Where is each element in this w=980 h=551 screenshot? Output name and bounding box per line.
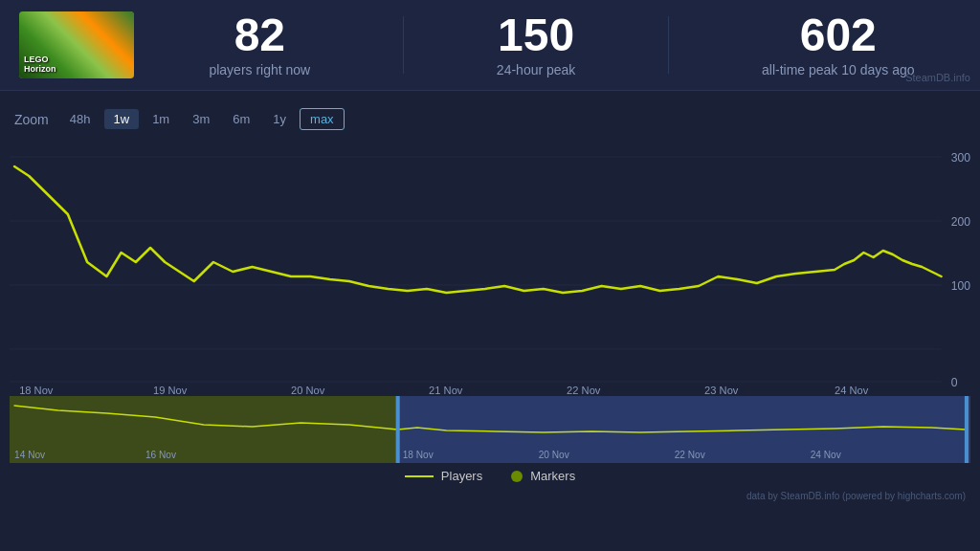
zoom-3m[interactable]: 3m <box>183 109 219 129</box>
zoom-bar: Zoom 48h 1w 1m 3m 6m 1y max <box>0 100 980 138</box>
header: 82 players right now 150 24-hour peak 60… <box>0 0 980 91</box>
attribution: data by SteamDB.info (powered by highcha… <box>0 489 980 503</box>
zoom-max[interactable]: max <box>300 108 345 130</box>
markers-legend-dot <box>511 471 523 482</box>
current-players-label: players right now <box>209 62 310 77</box>
current-players-stat: 82 players right now <box>209 12 310 77</box>
zoom-6m[interactable]: 6m <box>223 109 259 129</box>
zoom-1m[interactable]: 1m <box>143 109 179 129</box>
svg-text:22 Nov: 22 Nov <box>675 450 705 460</box>
svg-rect-0 <box>10 138 970 396</box>
zoom-1w[interactable]: 1w <box>104 109 140 129</box>
peak-24h-label: 24-hour peak <box>497 62 576 77</box>
svg-text:19 Nov: 19 Nov <box>153 385 188 396</box>
zoom-48h[interactable]: 48h <box>60 109 100 129</box>
svg-text:20 Nov: 20 Nov <box>291 385 325 396</box>
svg-rect-19 <box>396 396 400 463</box>
svg-text:300: 300 <box>951 151 970 165</box>
svg-rect-17 <box>10 396 398 463</box>
svg-text:14 Nov: 14 Nov <box>14 450 45 460</box>
alltime-peak-stat: 602 all-time peak 10 days ago <box>762 12 915 77</box>
zoom-label: Zoom <box>14 112 49 127</box>
chart-section: Zoom 48h 1w 1m 3m 6m 1y max 300 200 <box>0 91 980 503</box>
zoom-1y[interactable]: 1y <box>263 109 296 129</box>
main-chart: 300 200 100 0 18 Nov 19 Nov 20 Nov 21 No… <box>10 138 970 396</box>
stat-divider-2 <box>668 16 669 74</box>
svg-text:16 Nov: 16 Nov <box>145 450 176 460</box>
svg-text:24 Nov: 24 Nov <box>811 450 841 460</box>
game-thumbnail <box>19 11 134 78</box>
markers-legend-item: Markers <box>511 469 575 483</box>
svg-text:100: 100 <box>951 279 970 293</box>
mini-chart-svg: 14 Nov 16 Nov 18 Nov 20 Nov 22 Nov 24 No… <box>10 396 970 463</box>
svg-text:200: 200 <box>951 215 970 229</box>
stats-container: 82 players right now 150 24-hour peak 60… <box>163 12 961 77</box>
players-legend-line <box>405 475 434 477</box>
svg-text:23 Nov: 23 Nov <box>704 385 739 396</box>
svg-text:18 Nov: 18 Nov <box>403 450 434 460</box>
players-legend-item: Players <box>405 469 482 483</box>
peak-24h-stat: 150 24-hour peak <box>497 12 576 77</box>
svg-text:18 Nov: 18 Nov <box>19 385 54 396</box>
current-players-number: 82 <box>209 12 310 58</box>
main-chart-svg: 300 200 100 0 18 Nov 19 Nov 20 Nov 21 No… <box>10 138 970 396</box>
peak-24h-number: 150 <box>497 12 576 58</box>
mini-chart: 14 Nov 16 Nov 18 Nov 20 Nov 22 Nov 24 No… <box>10 396 970 463</box>
svg-text:0: 0 <box>951 376 958 389</box>
svg-text:24 Nov: 24 Nov <box>835 385 869 396</box>
alltime-peak-number: 602 <box>762 12 915 58</box>
legend: Players Markers <box>0 463 980 489</box>
steamdb-watermark: SteamDB.info <box>905 72 970 83</box>
svg-rect-20 <box>965 396 969 463</box>
svg-text:20 Nov: 20 Nov <box>539 450 569 460</box>
alltime-peak-label: all-time peak 10 days ago <box>762 62 915 77</box>
svg-text:21 Nov: 21 Nov <box>429 385 463 396</box>
stat-divider-1 <box>403 16 404 74</box>
svg-text:22 Nov: 22 Nov <box>567 385 601 396</box>
players-legend-label: Players <box>441 469 482 483</box>
markers-legend-label: Markers <box>530 469 575 483</box>
